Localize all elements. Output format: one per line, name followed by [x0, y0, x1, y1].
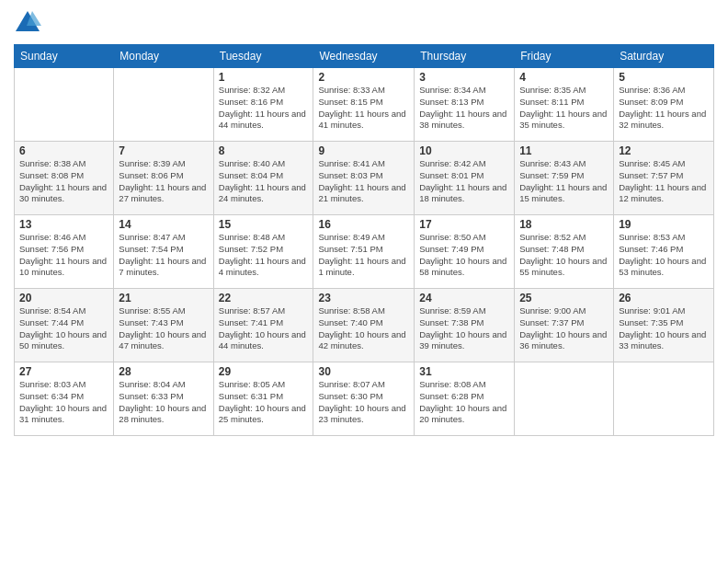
calendar-cell: 19Sunrise: 8:53 AMSunset: 7:46 PMDayligh… — [614, 215, 714, 289]
day-header-sunday: Sunday — [15, 45, 114, 68]
day-info: Sunrise: 8:57 AMSunset: 7:41 PMDaylight:… — [219, 305, 309, 352]
day-info: Sunrise: 8:08 AMSunset: 6:28 PMDaylight:… — [419, 379, 509, 426]
day-number: 22 — [219, 292, 309, 304]
calendar-cell: 7Sunrise: 8:39 AMSunset: 8:06 PMDaylight… — [114, 142, 213, 215]
day-info: Sunrise: 8:40 AMSunset: 8:04 PMDaylight:… — [219, 158, 309, 205]
day-number: 2 — [318, 71, 409, 84]
calendar-cell: 24Sunrise: 8:59 AMSunset: 7:38 PMDayligh… — [415, 289, 515, 362]
calendar-cell: 15Sunrise: 8:48 AMSunset: 7:52 PMDayligh… — [213, 215, 313, 289]
day-info: Sunrise: 8:52 AMSunset: 7:48 PMDaylight:… — [519, 232, 609, 279]
calendar-cell — [515, 362, 614, 436]
day-info: Sunrise: 8:49 AMSunset: 7:51 PMDaylight:… — [318, 232, 409, 279]
day-number: 24 — [419, 292, 509, 304]
day-number: 27 — [19, 365, 108, 378]
day-info: Sunrise: 8:38 AMSunset: 8:08 PMDaylight:… — [19, 158, 108, 205]
day-info: Sunrise: 8:58 AMSunset: 7:40 PMDaylight:… — [318, 305, 409, 352]
calendar-cell: 30Sunrise: 8:07 AMSunset: 6:30 PMDayligh… — [313, 362, 415, 436]
day-number: 14 — [119, 218, 208, 231]
calendar-week-2: 6Sunrise: 8:38 AMSunset: 8:08 PMDaylight… — [15, 142, 714, 215]
day-number: 5 — [619, 71, 709, 84]
calendar-cell: 27Sunrise: 8:03 AMSunset: 6:34 PMDayligh… — [15, 362, 114, 436]
day-info: Sunrise: 8:47 AMSunset: 7:54 PMDaylight:… — [119, 232, 208, 279]
day-header-saturday: Saturday — [614, 45, 714, 68]
day-info: Sunrise: 8:46 AMSunset: 7:56 PMDaylight:… — [19, 232, 108, 279]
day-info: Sunrise: 8:33 AMSunset: 8:15 PMDaylight:… — [318, 85, 409, 132]
day-number: 12 — [619, 144, 709, 157]
calendar-cell: 9Sunrise: 8:41 AMSunset: 8:03 PMDaylight… — [313, 142, 415, 215]
day-info: Sunrise: 8:04 AMSunset: 6:33 PMDaylight:… — [119, 379, 208, 426]
day-number: 28 — [119, 365, 208, 378]
day-info: Sunrise: 8:41 AMSunset: 8:03 PMDaylight:… — [318, 158, 409, 205]
logo — [14, 9, 45, 37]
day-info: Sunrise: 8:03 AMSunset: 6:34 PMDaylight:… — [19, 379, 108, 426]
calendar-cell: 18Sunrise: 8:52 AMSunset: 7:48 PMDayligh… — [515, 215, 614, 289]
calendar-cell: 8Sunrise: 8:40 AMSunset: 8:04 PMDaylight… — [213, 142, 313, 215]
day-number: 31 — [419, 365, 509, 378]
day-number: 25 — [519, 292, 609, 304]
day-number: 7 — [119, 144, 208, 157]
day-number: 30 — [318, 365, 409, 378]
day-info: Sunrise: 8:53 AMSunset: 7:46 PMDaylight:… — [619, 232, 709, 279]
day-info: Sunrise: 9:01 AMSunset: 7:35 PMDaylight:… — [619, 305, 709, 352]
calendar-cell: 20Sunrise: 8:54 AMSunset: 7:44 PMDayligh… — [15, 289, 114, 362]
calendar-cell: 23Sunrise: 8:58 AMSunset: 7:40 PMDayligh… — [313, 289, 415, 362]
day-number: 23 — [318, 292, 409, 304]
day-info: Sunrise: 8:55 AMSunset: 7:43 PMDaylight:… — [119, 305, 208, 352]
day-number: 8 — [219, 144, 309, 157]
calendar-cell: 17Sunrise: 8:50 AMSunset: 7:49 PMDayligh… — [415, 215, 515, 289]
day-number: 1 — [219, 71, 309, 84]
day-header-friday: Friday — [515, 45, 614, 68]
day-number: 4 — [519, 71, 609, 84]
calendar-cell: 3Sunrise: 8:34 AMSunset: 8:13 PMDaylight… — [415, 68, 515, 142]
logo-icon — [14, 9, 41, 37]
calendar-cell: 21Sunrise: 8:55 AMSunset: 7:43 PMDayligh… — [114, 289, 213, 362]
day-info: Sunrise: 8:39 AMSunset: 8:06 PMDaylight:… — [119, 158, 208, 205]
day-number: 9 — [318, 144, 409, 157]
calendar-cell: 25Sunrise: 9:00 AMSunset: 7:37 PMDayligh… — [515, 289, 614, 362]
calendar-cell: 13Sunrise: 8:46 AMSunset: 7:56 PMDayligh… — [15, 215, 114, 289]
day-number: 6 — [19, 144, 108, 157]
day-header-thursday: Thursday — [415, 45, 515, 68]
header — [14, 9, 714, 37]
day-info: Sunrise: 8:34 AMSunset: 8:13 PMDaylight:… — [419, 85, 509, 132]
page: SundayMondayTuesdayWednesdayThursdayFrid… — [0, 0, 728, 563]
calendar-cell: 12Sunrise: 8:45 AMSunset: 7:57 PMDayligh… — [614, 142, 714, 215]
calendar-cell: 16Sunrise: 8:49 AMSunset: 7:51 PMDayligh… — [313, 215, 415, 289]
day-info: Sunrise: 8:36 AMSunset: 8:09 PMDaylight:… — [619, 85, 709, 132]
calendar-cell: 29Sunrise: 8:05 AMSunset: 6:31 PMDayligh… — [213, 362, 313, 436]
calendar-cell: 11Sunrise: 8:43 AMSunset: 7:59 PMDayligh… — [515, 142, 614, 215]
day-number: 21 — [119, 292, 208, 304]
calendar-table: SundayMondayTuesdayWednesdayThursdayFrid… — [14, 44, 714, 436]
day-header-monday: Monday — [114, 45, 213, 68]
day-number: 3 — [419, 71, 509, 84]
day-info: Sunrise: 8:32 AMSunset: 8:16 PMDaylight:… — [219, 85, 309, 132]
day-info: Sunrise: 8:48 AMSunset: 7:52 PMDaylight:… — [219, 232, 309, 279]
calendar-cell: 5Sunrise: 8:36 AMSunset: 8:09 PMDaylight… — [614, 68, 714, 142]
calendar-week-4: 20Sunrise: 8:54 AMSunset: 7:44 PMDayligh… — [15, 289, 714, 362]
calendar-week-5: 27Sunrise: 8:03 AMSunset: 6:34 PMDayligh… — [15, 362, 714, 436]
calendar-cell: 1Sunrise: 8:32 AMSunset: 8:16 PMDaylight… — [213, 68, 313, 142]
day-number: 20 — [19, 292, 108, 304]
day-info: Sunrise: 8:59 AMSunset: 7:38 PMDaylight:… — [419, 305, 509, 352]
calendar-cell: 22Sunrise: 8:57 AMSunset: 7:41 PMDayligh… — [213, 289, 313, 362]
calendar-header-row: SundayMondayTuesdayWednesdayThursdayFrid… — [15, 45, 714, 68]
day-number: 29 — [219, 365, 309, 378]
calendar-cell — [614, 362, 714, 436]
day-header-tuesday: Tuesday — [213, 45, 313, 68]
calendar-cell: 10Sunrise: 8:42 AMSunset: 8:01 PMDayligh… — [415, 142, 515, 215]
day-number: 11 — [519, 144, 609, 157]
calendar-cell: 14Sunrise: 8:47 AMSunset: 7:54 PMDayligh… — [114, 215, 213, 289]
calendar-cell: 31Sunrise: 8:08 AMSunset: 6:28 PMDayligh… — [415, 362, 515, 436]
day-info: Sunrise: 9:00 AMSunset: 7:37 PMDaylight:… — [519, 305, 609, 352]
day-info: Sunrise: 8:50 AMSunset: 7:49 PMDaylight:… — [419, 232, 509, 279]
calendar-cell: 6Sunrise: 8:38 AMSunset: 8:08 PMDaylight… — [15, 142, 114, 215]
day-info: Sunrise: 8:43 AMSunset: 7:59 PMDaylight:… — [519, 158, 609, 205]
day-info: Sunrise: 8:42 AMSunset: 8:01 PMDaylight:… — [419, 158, 509, 205]
calendar-week-3: 13Sunrise: 8:46 AMSunset: 7:56 PMDayligh… — [15, 215, 714, 289]
day-info: Sunrise: 8:35 AMSunset: 8:11 PMDaylight:… — [519, 85, 609, 132]
day-number: 17 — [419, 218, 509, 231]
day-number: 10 — [419, 144, 509, 157]
calendar-cell — [15, 68, 114, 142]
calendar-cell: 2Sunrise: 8:33 AMSunset: 8:15 PMDaylight… — [313, 68, 415, 142]
calendar-cell — [114, 68, 213, 142]
